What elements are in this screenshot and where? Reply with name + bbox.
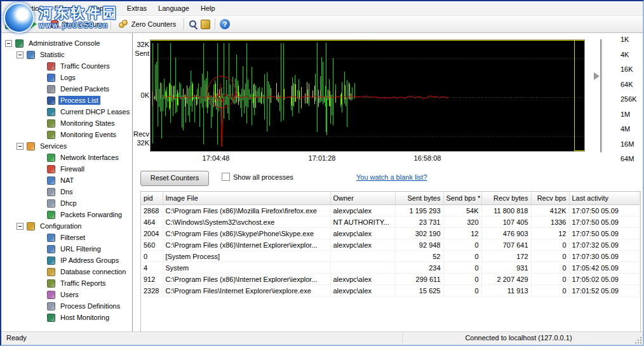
tree-label: Monitoring States bbox=[58, 119, 117, 128]
toolbar: Stop Capture Zero Counters ? bbox=[1, 16, 643, 33]
cell-image-file: C:\Program Files (x86)\Skype\Phone\Skype… bbox=[163, 228, 330, 239]
cell-sent-bytes: 1 195 293 bbox=[395, 205, 443, 216]
cell-recv-bps: 12 bbox=[531, 228, 569, 239]
process-table-body: 2868C:\Program Files (x86)\Mozilla Firef… bbox=[141, 205, 639, 296]
firewall-icon bbox=[47, 165, 55, 173]
tree-item-monitoring-events[interactable]: Monitoring Events bbox=[1, 129, 132, 140]
tree-item-firewall[interactable]: Firewall bbox=[1, 163, 132, 175]
tree-item-process-list[interactable]: Process List bbox=[1, 95, 132, 106]
cell-send-bps: 0 bbox=[443, 262, 481, 274]
menu-help[interactable]: Help bbox=[195, 3, 221, 14]
tree-item-host-monitoring[interactable]: Host Monitoring bbox=[1, 312, 132, 323]
reset-counters-button[interactable]: Reset Counters bbox=[140, 171, 209, 186]
scale-label: 1M bbox=[621, 110, 644, 118]
column-header-last-activity[interactable]: Last activity bbox=[569, 192, 639, 205]
tree-item-filterset[interactable]: Filterset bbox=[1, 232, 132, 243]
tree-item-logs[interactable]: Logs bbox=[1, 72, 132, 83]
tree-item-network-interfaces[interactable]: Network Interfaces bbox=[1, 152, 132, 163]
tree-collapse-icon[interactable] bbox=[17, 51, 23, 58]
cell-pid: 4 bbox=[141, 262, 163, 274]
zero-counters-button[interactable]: Zero Counters bbox=[116, 18, 179, 30]
cell-sent-bytes: 92 948 bbox=[395, 239, 443, 251]
scale-label: 4M bbox=[621, 125, 644, 133]
menu-capture[interactable]: Capture bbox=[85, 3, 121, 14]
x-tick: 17:04:48 bbox=[203, 154, 230, 162]
tree-label: Dns bbox=[58, 187, 75, 196]
table-row[interactable]: 2004C:\Program Files (x86)\Skype\Phone\S… bbox=[141, 228, 639, 239]
column-header-pid[interactable]: pid bbox=[141, 192, 163, 205]
menu-language[interactable]: Language bbox=[152, 3, 195, 14]
dhcp-icon bbox=[47, 199, 55, 208]
resize-grip[interactable] bbox=[634, 336, 641, 343]
show-all-processes-checkbox[interactable] bbox=[222, 173, 230, 181]
filterset-toolbar-icon[interactable] bbox=[17, 20, 27, 29]
tree-item-dns[interactable]: Dns bbox=[1, 186, 132, 197]
table-row[interactable]: 2328C:\Program Files\Internet Explorer\i… bbox=[141, 285, 639, 296]
tree-collapse-icon[interactable] bbox=[17, 143, 23, 150]
column-header-recv-bytes[interactable]: Recv bytes bbox=[481, 192, 531, 205]
menu-extras[interactable]: Extras bbox=[121, 3, 152, 14]
logs-icon bbox=[47, 74, 55, 82]
cell-image-file: C:\Program Files (x86)\Mozilla Firefox\f… bbox=[163, 205, 330, 216]
tree-item-denied-packets[interactable]: Denied Packets bbox=[1, 83, 132, 95]
scale-slider-handle[interactable] bbox=[594, 72, 600, 80]
scale-label: 1K bbox=[621, 36, 644, 43]
cell-send-bps: 0 bbox=[443, 251, 481, 262]
tree-item-statistic[interactable]: Statistic bbox=[1, 49, 132, 60]
cell-pid: 560 bbox=[141, 239, 163, 251]
tree-item-process-definitions[interactable]: Process Definitions bbox=[1, 300, 132, 312]
blank-list-help-link[interactable]: You watch a blank list? bbox=[356, 173, 427, 181]
tree-item-dhcp[interactable]: Dhcp bbox=[1, 197, 132, 209]
scale-slider-track[interactable] bbox=[600, 39, 603, 152]
cell-image-file: System bbox=[163, 262, 330, 274]
table-row[interactable]: 912C:\Program Files (x86)\Internet Explo… bbox=[141, 274, 639, 285]
y-axis-zero: 0K bbox=[133, 91, 149, 99]
tree-label: Monitoring Events bbox=[58, 130, 118, 139]
tree-collapse-icon[interactable] bbox=[17, 223, 23, 230]
table-row[interactable]: 464C:\Windows\System32\svchost.exeNT AUT… bbox=[141, 216, 639, 228]
main-panel: 32K Sent 0K Recv 32K 17:04:48 17:01:28 1… bbox=[133, 33, 643, 332]
stop-capture-button[interactable]: Stop Capture bbox=[48, 19, 106, 29]
tree-item-monitoring-states[interactable]: Monitoring States bbox=[1, 117, 132, 129]
column-header-image-file[interactable]: Image File bbox=[163, 192, 330, 205]
tree-item-database-connection[interactable]: Database connection bbox=[1, 266, 132, 277]
cell-sent-bytes: 302 190 bbox=[395, 228, 443, 239]
cell-owner bbox=[330, 262, 395, 274]
column-header-send-bps[interactable]: Send bps * bbox=[443, 192, 481, 205]
tree-item-administrative-console[interactable]: Administrative Console bbox=[1, 37, 132, 49]
tree-item-ip-address-groups[interactable]: IP Address Groups bbox=[1, 255, 132, 266]
colors-icon[interactable] bbox=[201, 20, 210, 29]
cell-send-bps: 54K bbox=[443, 205, 481, 216]
column-header-sent-bytes[interactable]: Sent bytes bbox=[395, 192, 443, 205]
tree-item-packets-forwarding[interactable]: Packets Forwarding bbox=[1, 209, 132, 220]
column-header-owner[interactable]: Owner bbox=[330, 192, 395, 205]
tree-label: Denied Packets bbox=[58, 84, 111, 93]
table-row[interactable]: 0[System Process]520172017:07:30 05.09 bbox=[141, 251, 639, 262]
tree-item-traffic-counters[interactable]: Traffic Counters bbox=[1, 60, 132, 72]
zero-counters-label: Zero Counters bbox=[131, 20, 176, 28]
show-all-processes-option[interactable]: Show all processes bbox=[222, 173, 293, 181]
tree-item-configuration[interactable]: Configuration bbox=[1, 220, 132, 232]
cell-image-file: C:\Windows\System32\svchost.exe bbox=[163, 216, 330, 228]
menu-action[interactable]: Action bbox=[18, 3, 49, 14]
table-row[interactable]: 2868C:\Program Files (x86)\Mozilla Firef… bbox=[141, 205, 639, 216]
menu-filterset[interactable]: Filterset bbox=[49, 3, 85, 14]
database-connection-icon bbox=[47, 268, 55, 276]
table-row[interactable]: 4System2340931017:05:42 05.09 bbox=[141, 262, 639, 274]
tree-item-current-dhcp-leases[interactable]: Current DHCP Leases bbox=[1, 106, 132, 117]
find-icon[interactable] bbox=[189, 20, 198, 29]
console-icon[interactable] bbox=[5, 20, 15, 29]
tree-item-services[interactable]: Services bbox=[1, 140, 132, 152]
help-icon[interactable]: ? bbox=[220, 19, 230, 29]
tree-item-nat[interactable]: NAT bbox=[1, 175, 132, 186]
cell-last-activity: 17:05:42 05.09 bbox=[569, 262, 639, 274]
tree-item-traffic-reports[interactable]: Traffic Reports bbox=[1, 277, 132, 289]
start-capture-icon[interactable] bbox=[30, 20, 37, 29]
tree-item-url-filtering[interactable]: URL Filtering bbox=[1, 243, 132, 255]
cell-last-activity: 17:01:52 05.09 bbox=[569, 285, 639, 296]
column-header-recv-bps[interactable]: Recv bps bbox=[531, 192, 569, 205]
tree-collapse-icon[interactable] bbox=[5, 40, 12, 47]
table-row[interactable]: 560C:\Program Files (x86)\Internet Explo… bbox=[141, 239, 639, 251]
cell-owner: alexvpc\alex bbox=[330, 285, 395, 296]
tree-item-users[interactable]: Users bbox=[1, 289, 132, 300]
